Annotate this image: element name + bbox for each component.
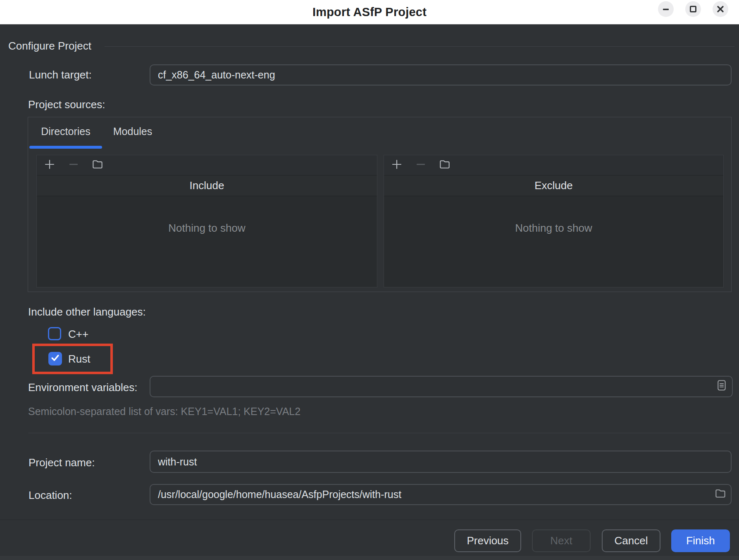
launch-target-label: Lunch target: [29,69,92,81]
browse-folder-button[interactable] [713,488,727,502]
folder-icon [91,158,104,172]
finish-button[interactable]: Finish [671,529,730,552]
exclude-panel-header: Exclude [384,176,723,196]
previous-button[interactable]: Previous [454,529,521,552]
import-asfp-project-dialog: Import ASfP Project Configure Project Lu… [0,0,739,560]
expand-list-icon [716,379,727,394]
exclude-empty-text: Nothing to show [384,222,723,235]
footer-divider [0,520,739,520]
next-button[interactable]: Next [532,529,591,552]
include-panel-list[interactable]: Nothing to show [37,196,377,287]
tab-directories[interactable]: Directories [29,117,102,146]
include-other-languages-label: Include other languages: [28,306,146,318]
add-button[interactable] [43,159,56,171]
location-value: /usr/local/google/home/huasea/AsfpProjec… [158,489,713,501]
maximize-button[interactable] [685,1,701,17]
minimize-icon [662,5,670,13]
environment-variables-hint: Semicolon-separated list of vars: KEY1=V… [28,406,300,418]
project-sources-label: Project sources: [28,98,105,111]
folder-button[interactable] [439,159,451,171]
launch-target-field[interactable]: cf_x86_64_auto-next-eng [150,64,732,85]
include-empty-text: Nothing to show [37,222,377,235]
exclude-panel-toolbar [384,155,723,176]
window-title: Import ASfP Project [312,5,427,19]
add-button[interactable] [391,159,403,171]
remove-icon [415,159,427,172]
cpp-checkbox[interactable] [48,327,61,340]
location-field[interactable]: /usr/local/google/home/huasea/AsfpProjec… [150,484,732,505]
cpp-checkbox-label[interactable]: C++ [68,328,88,341]
close-button[interactable] [713,1,728,17]
project-name-value: with-rust [158,456,723,468]
include-panel: Include Nothing to show [36,155,377,287]
folder-button[interactable] [91,159,104,171]
remove-icon [68,159,79,172]
exclude-panel: Exclude Nothing to show [384,155,724,287]
checkmark-icon [50,353,60,365]
close-icon [716,5,725,13]
expand-list-button[interactable] [715,380,729,394]
add-icon [44,159,55,172]
project-name-field[interactable]: with-rust [150,451,732,473]
maximize-icon [689,5,697,13]
folder-icon [439,158,451,172]
section-title: Configure Project [8,40,91,52]
rust-checkbox[interactable] [48,352,62,365]
location-label: Location: [29,489,72,502]
active-tab-indicator [29,146,102,149]
window-controls [658,1,728,17]
minimize-button[interactable] [658,1,674,17]
include-panel-toolbar [37,155,377,176]
environment-variables-field[interactable] [150,376,733,397]
remove-button[interactable] [67,159,80,171]
exclude-panel-list[interactable]: Nothing to show [384,196,723,287]
project-name-label: Project name: [29,456,95,469]
include-panel-header: Include [37,176,377,196]
titlebar: Import ASfP Project [0,0,739,24]
remove-button[interactable] [415,159,427,171]
cancel-button[interactable]: Cancel [602,529,660,552]
content-divider [28,433,732,433]
environment-variables-label: Environment variables: [28,381,137,394]
tab-modules[interactable]: Modules [102,117,163,146]
window-bottom-edge [0,556,739,560]
rust-checkbox-label[interactable]: Rust [68,353,90,365]
launch-target-value: cf_x86_64_auto-next-eng [158,69,723,81]
add-icon [391,159,403,172]
folder-icon [714,487,727,502]
section-divider [105,46,734,47]
project-sources-container: Directories Modules [28,117,732,292]
